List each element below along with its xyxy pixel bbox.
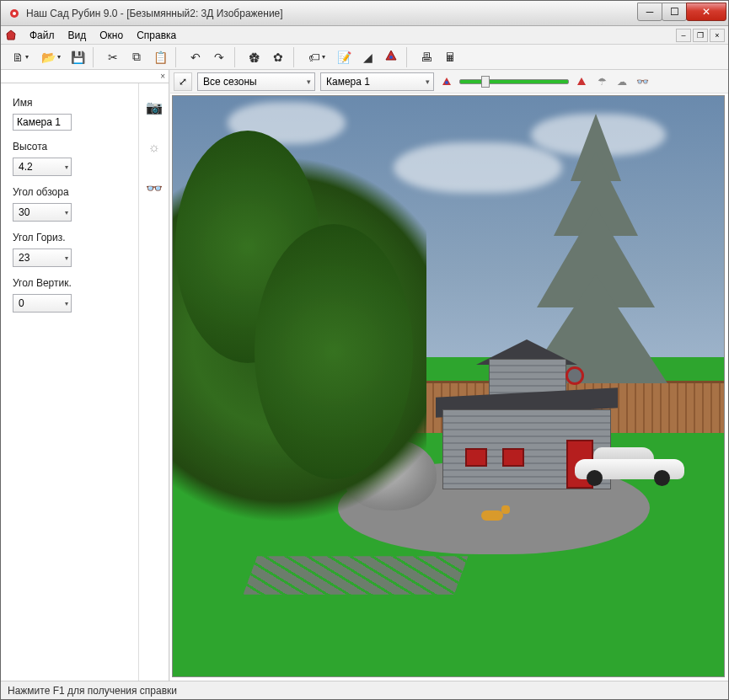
mdi-minimize-button[interactable]: – (676, 29, 691, 42)
status-hint: Нажмите F1 для получения справки (8, 685, 177, 697)
height-value: 4.2 (19, 161, 33, 173)
marker-left-icon (439, 74, 454, 89)
toolbar-separator (175, 47, 180, 67)
angle-h-label: Угол Гориз. (13, 232, 130, 243)
svg-point-6 (445, 81, 448, 84)
copy-icon: ⧉ (132, 50, 141, 64)
menu-window[interactable]: Окно (93, 28, 130, 43)
menubar: Файл Вид Окно Справка – ❐ × (1, 26, 728, 45)
sun-button[interactable]: ☼ (142, 136, 166, 159)
weather-rain-icon[interactable]: ☂ (594, 74, 609, 89)
copy-button[interactable]: ⧉ (126, 47, 147, 67)
new-icon: 🗎 (12, 51, 24, 64)
fov-input[interactable]: 30 (13, 203, 72, 222)
cut-icon: ✂ (108, 51, 118, 64)
svg-point-4 (389, 56, 393, 59)
svg-marker-7 (577, 77, 586, 85)
tag-icon: 🏷 (308, 51, 320, 64)
house-window (465, 448, 487, 467)
weather-cloud-icon[interactable]: ☁ (614, 74, 630, 89)
height-input[interactable]: 4.2 (13, 158, 72, 176)
calculator-button[interactable]: 🖩 (439, 47, 461, 67)
season-combo[interactable]: Все сезоны (197, 72, 315, 91)
paste-icon: 📋 (153, 51, 168, 64)
round-window (566, 366, 584, 385)
statusbar: Нажмите F1 для получения справки (1, 681, 728, 699)
name-input[interactable]: Камера 1 (13, 114, 72, 131)
menu-view[interactable]: Вид (62, 28, 94, 43)
fov-label: Угол обзора (13, 186, 130, 198)
terrain-button[interactable]: ◢ (356, 47, 378, 67)
mdi-restore-button[interactable]: ❐ (693, 29, 708, 42)
window-maximize-button[interactable]: ☐ (662, 3, 687, 21)
new-button[interactable]: 🗎 (6, 47, 35, 67)
toolbar-separator (293, 47, 298, 67)
car (575, 444, 684, 486)
house-window (502, 448, 524, 467)
glasses-button[interactable]: 👓 (142, 176, 166, 200)
app-icon (8, 7, 21, 20)
document-icon (4, 29, 18, 42)
3d-button[interactable] (380, 47, 402, 67)
redo-icon: ↷ (214, 51, 224, 64)
tag-button[interactable]: 🏷 (303, 47, 331, 67)
menu-help[interactable]: Справка (130, 28, 183, 43)
dog (481, 502, 508, 524)
view-glasses-icon[interactable]: 👓 (635, 74, 650, 89)
paste-button[interactable]: 📋 (149, 47, 171, 67)
slider-thumb[interactable] (481, 76, 490, 88)
height-label: Высота (13, 141, 130, 152)
note-button[interactable]: 📝 (333, 47, 355, 67)
camera-icon: 📷 (146, 99, 163, 115)
angle-h-value: 23 (19, 252, 29, 264)
undo-icon: ↶ (190, 51, 201, 64)
save-button[interactable]: 💾 (67, 47, 88, 67)
window-minimize-button[interactable]: ─ (637, 3, 662, 21)
window-title: Наш Сад Рубин 9.0 - [Безымянный2: 3Д Изо… (26, 8, 638, 19)
toolbar-separator (234, 47, 239, 67)
panel-close-row: × (1, 70, 169, 83)
angle-v-input[interactable]: 0 (13, 294, 72, 313)
flower-button[interactable]: ✿ (267, 47, 289, 67)
plants-button[interactable]: 🏶 (244, 47, 265, 67)
cut-button[interactable]: ✂ (102, 47, 124, 67)
save-icon: 💾 (71, 51, 85, 64)
undo-button[interactable]: ↶ (185, 47, 206, 67)
glasses-icon: 👓 (146, 180, 163, 196)
3d-viewport[interactable] (172, 95, 725, 677)
camera-value: Камера 1 (326, 76, 370, 88)
angle-h-input[interactable]: 23 (13, 248, 72, 267)
terrain-icon: ◢ (363, 51, 373, 64)
redo-button[interactable]: ↷ (208, 47, 230, 67)
cobblestone-path (243, 556, 467, 594)
3d-icon (385, 50, 397, 64)
menu-file[interactable]: Файл (23, 28, 62, 43)
camera-combo[interactable]: Камера 1 (320, 72, 434, 91)
properties-panel: × Имя Камера 1 Высота 4.2 Угол обзора 30… (1, 70, 169, 681)
open-folder-icon: 📂 (41, 51, 56, 64)
expand-button[interactable]: ⤢ (174, 72, 192, 91)
panel-close-icon[interactable]: × (160, 72, 165, 81)
mdi-close-button[interactable]: × (710, 29, 725, 42)
fov-value: 30 (19, 206, 29, 218)
season-value: Все сезоны (203, 76, 257, 88)
main-toolbar: 🗎 📂 💾 ✂ ⧉ 📋 ↶ ↷ 🏶 ✿ 🏷 📝 ◢ 🖶 🖩 (1, 45, 728, 70)
print-icon: 🖶 (421, 51, 432, 64)
name-value: Камера 1 (17, 116, 61, 128)
calculator-icon: 🖩 (444, 51, 456, 64)
note-icon: 📝 (337, 51, 351, 64)
sun-icon: ☼ (147, 140, 160, 155)
expand-icon: ⤢ (179, 76, 187, 88)
svg-point-1 (13, 12, 16, 15)
camera-button[interactable]: 📷 (142, 95, 166, 119)
window-close-button[interactable]: ✕ (686, 3, 726, 21)
time-slider[interactable] (459, 72, 569, 91)
print-button[interactable]: 🖶 (415, 47, 437, 67)
viewport-toolbar: ⤢ Все сезоны Камера 1 ☂ ☁ 👓 (170, 70, 728, 94)
window-titlebar: Наш Сад Рубин 9.0 - [Безымянный2: 3Д Изо… (1, 1, 728, 26)
name-label: Имя (13, 97, 130, 109)
open-button[interactable]: 📂 (36, 47, 65, 67)
toolbar-separator (93, 47, 98, 67)
slider-track (459, 79, 569, 84)
plants-icon: 🏶 (249, 51, 260, 64)
